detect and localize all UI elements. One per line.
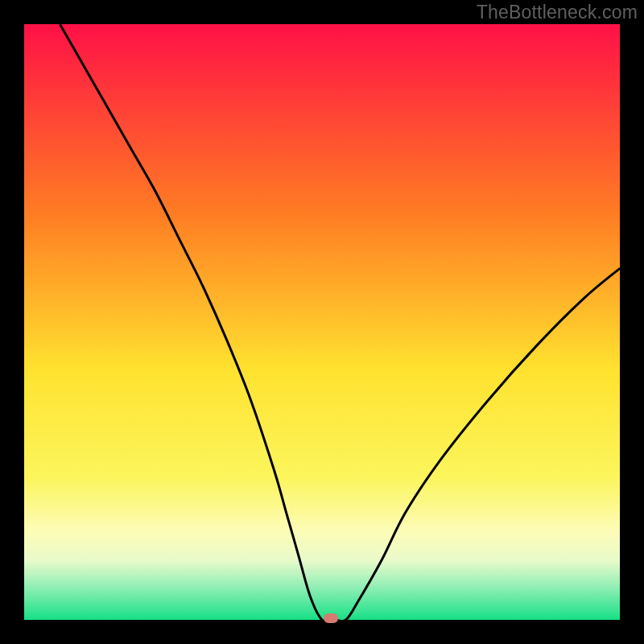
gradient-background	[24, 24, 620, 620]
svg-rect-0	[324, 613, 338, 623]
optimum-marker	[324, 613, 338, 623]
chart-frame: TheBottleneck.com	[0, 0, 644, 644]
watermark-text: TheBottleneck.com	[477, 2, 638, 23]
bottleneck-chart	[0, 0, 644, 644]
